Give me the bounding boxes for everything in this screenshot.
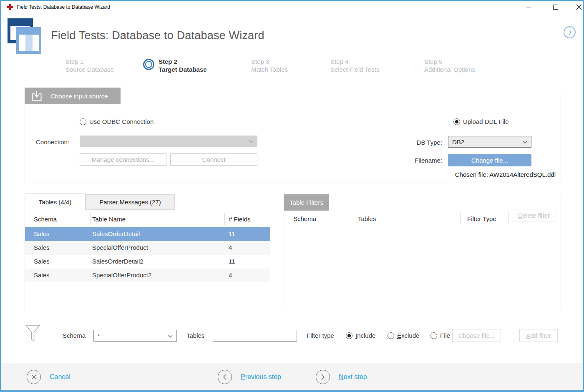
next-step-button[interactable]: Next step [316, 370, 367, 384]
upload-ddl-file-radio[interactable]: Upload DDL File [453, 118, 509, 125]
connect-button[interactable]: Connect [170, 153, 257, 166]
chevron-down-icon [523, 141, 527, 144]
cancel-circle-x-icon [27, 370, 41, 384]
footer-bar: Cancel Previous step Next step [1, 363, 583, 391]
radio-icon [453, 118, 460, 125]
funnel-icon [25, 324, 40, 344]
download-icon [30, 90, 43, 102]
tables-list: Sales SalesOrderDetail 11 Sales SpecialO… [25, 227, 270, 282]
filter-file-radio[interactable]: File [430, 332, 450, 339]
step-1-source-database: Step 1Source Database [65, 58, 114, 73]
app-cross-icon [7, 4, 13, 10]
previous-step-button[interactable]: Previous step [218, 370, 281, 384]
minimize-button[interactable] [519, 1, 538, 13]
column-header-fields: # Fields [229, 216, 251, 223]
db-type-label: DB Type: [408, 139, 442, 146]
db-type-select[interactable]: DB2 [448, 136, 531, 148]
tables-panel: Schema Table Name # Fields Sales SalesOr… [25, 210, 273, 310]
maximize-icon [553, 5, 558, 10]
input-source-header: Choose input source [25, 88, 121, 104]
filter-tables-label: Tables [186, 332, 204, 339]
step-3-match-tables: Step 3Match Tables [251, 58, 288, 73]
column-divider [508, 212, 508, 224]
radio-icon [346, 332, 352, 339]
table-row[interactable]: Sales SalesOrderDetail2 11 [25, 255, 270, 269]
chevron-right-icon [316, 370, 330, 384]
table-row[interactable]: Sales SpecialOfferProduct 4 [25, 241, 270, 255]
filter-exclude-radio[interactable]: Exclude [388, 332, 419, 339]
manage-connections-button[interactable]: Manage connections... [80, 153, 166, 166]
radio-icon [80, 118, 86, 125]
column-divider [351, 212, 351, 224]
table-row[interactable]: Sales SalesOrderDetail 11 [25, 227, 270, 241]
column-header-schema: Schema [293, 215, 316, 222]
filter-tables-input[interactable] [213, 330, 297, 342]
filter-schema-label: Schema [63, 332, 86, 339]
connection-label: Connection: [36, 138, 69, 146]
column-divider [460, 212, 461, 224]
filename-label: Filename: [402, 157, 442, 164]
column-header-schema: Schema [34, 216, 57, 223]
change-file-button[interactable]: Change file... [448, 154, 531, 166]
close-icon [576, 4, 582, 10]
app-window: Field Tests: Database to Database Wizard… [0, 0, 584, 392]
titlebar: Field Tests: Database to Database Wizard [1, 1, 583, 13]
chosen-file-text: Chosen file: AW2014AlteredSQL.ddl [430, 171, 556, 178]
page-title: Field Tests: Database to Database Wizard [51, 29, 264, 42]
step-2-target-database: Step 2Target Database [159, 58, 207, 73]
chevron-left-icon [218, 370, 232, 384]
filter-type-label: Filter type [307, 332, 334, 339]
radio-icon [430, 332, 437, 339]
step-5-additional-options: Step 5Additional Options [424, 58, 475, 73]
column-header-tables: Tables [358, 215, 376, 222]
window-title: Field Tests: Database to Database Wizard [17, 4, 110, 10]
table-filters-panel: Schema Tables Filter Type Delete filter [284, 195, 561, 310]
column-divider [90, 213, 91, 225]
radio-icon [388, 332, 394, 339]
chevron-down-icon [168, 335, 173, 338]
table-filters-header: Table Filters [284, 194, 329, 211]
chevron-down-icon [249, 140, 254, 143]
current-step-ring-icon [143, 59, 154, 70]
use-odbc-connection-radio[interactable]: Use ODBC Connection [80, 118, 154, 125]
tab-tables[interactable]: Tables (4/4) [25, 193, 86, 210]
delete-filter-button[interactable]: Delete filter [512, 209, 556, 221]
table-row[interactable]: Sales SpecialOfferProduct2 4 [25, 269, 270, 282]
add-filter-button[interactable]: Add filter [519, 329, 558, 342]
choose-file-button[interactable]: Choose file... [452, 329, 501, 342]
app-logo-icon [8, 18, 42, 54]
connection-select[interactable] [80, 136, 257, 147]
maximize-button[interactable] [546, 1, 565, 13]
column-header-table-name: Table Name [92, 216, 126, 223]
filter-include-radio[interactable]: Include [346, 332, 375, 339]
filter-schema-select[interactable]: * [93, 330, 177, 342]
close-button[interactable] [569, 1, 584, 13]
column-header-filter-type: Filter Type [467, 215, 496, 222]
tab-parser-messages[interactable]: Parser Messages (27) [86, 194, 175, 210]
info-icon[interactable]: i [564, 26, 576, 38]
cancel-button[interactable]: Cancel [27, 370, 70, 384]
minimize-icon [526, 7, 531, 8]
column-divider [224, 213, 225, 225]
step-4-select-field-tests: Step 4Select Field Tests [330, 58, 379, 73]
